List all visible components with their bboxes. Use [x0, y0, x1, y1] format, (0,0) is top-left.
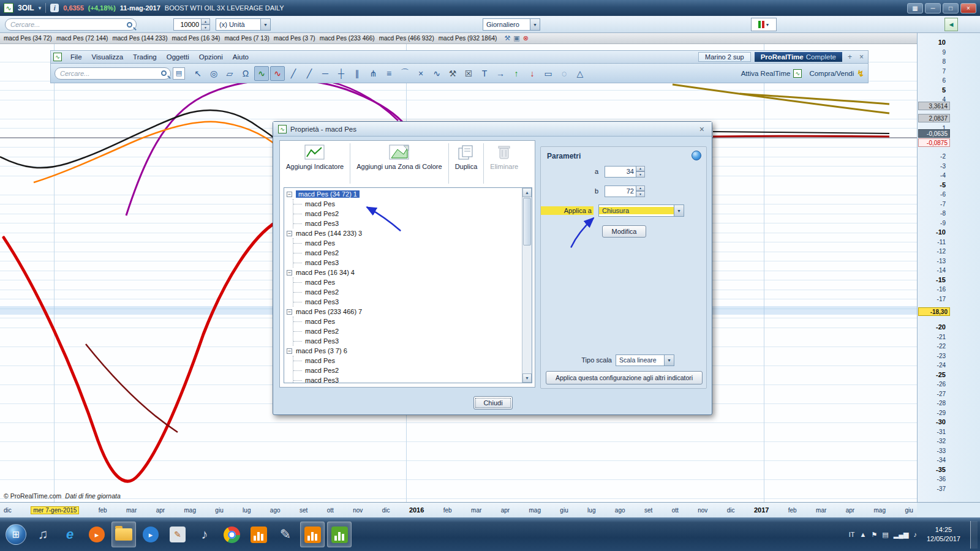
- tree-child-node[interactable]: macd Pes2: [293, 326, 522, 336]
- menu-aiuto[interactable]: Aiuto: [228, 53, 254, 61]
- trash-icon[interactable]: ☒: [461, 66, 476, 81]
- pen-app-icon[interactable]: ✎: [273, 522, 298, 547]
- prorealtime-app-icon[interactable]: [327, 522, 352, 547]
- keyboard-panel-icon[interactable]: ▦: [907, 3, 923, 13]
- arrow-down-icon[interactable]: ↓: [525, 66, 540, 81]
- internet-explorer-icon[interactable]: e: [58, 522, 82, 547]
- alert-bell-icon[interactable]: Ω: [238, 66, 253, 81]
- symbol-selector[interactable]: 3OIL: [18, 4, 34, 12]
- close-dialog-button[interactable]: Chiudi: [473, 396, 513, 410]
- arc-icon[interactable]: ⌒: [398, 66, 412, 81]
- tree-node-label[interactable]: macd Pes (144 233) 3: [296, 230, 362, 237]
- show-hidden-icons[interactable]: ▲: [860, 531, 867, 538]
- tree-child-node[interactable]: macd Pes2: [293, 209, 522, 219]
- freehand-icon[interactable]: ∿: [429, 66, 444, 81]
- menu-oggetti[interactable]: Oggetti: [162, 53, 194, 61]
- collapse-icon[interactable]: −: [287, 309, 292, 315]
- horizontal-line-icon[interactable]: ─: [318, 66, 333, 81]
- text-tool-icon[interactable]: T: [477, 66, 492, 81]
- tools-icon[interactable]: ⚒: [445, 66, 460, 81]
- collapse-icon[interactable]: −: [287, 348, 292, 354]
- tree-child-node[interactable]: macd Pes: [293, 199, 522, 209]
- tree-child-node[interactable]: macd Pes3: [293, 336, 522, 346]
- tree-node-label[interactable]: macd Pes (16 34) 4: [296, 269, 355, 276]
- fibonacci-icon[interactable]: ≡: [382, 66, 396, 81]
- ruler-icon[interactable]: ▱: [222, 66, 237, 81]
- chart-app-orange-icon[interactable]: [246, 522, 271, 547]
- network-icon[interactable]: ▂▄▆: [894, 531, 909, 539]
- tree-node[interactable]: −macd Pes (3 7) 6: [287, 346, 522, 356]
- folder-icon[interactable]: [111, 522, 136, 547]
- buy-sell-button[interactable]: Compra/Vendi ↯: [809, 69, 864, 78]
- menu-visualizza[interactable]: Visualizza: [87, 53, 129, 61]
- menu-file[interactable]: File: [66, 53, 87, 61]
- zoom-icon[interactable]: ◎: [206, 66, 221, 81]
- modify-button[interactable]: Modifica: [602, 225, 646, 238]
- maximize-button[interactable]: □: [943, 3, 959, 13]
- indicator-copy-icon[interactable]: ▣: [513, 34, 519, 42]
- collapse-icon[interactable]: −: [287, 270, 292, 276]
- tree-node-label[interactable]: macd Pes (3 7) 6: [296, 347, 347, 354]
- symbol-caret-icon[interactable]: ▾: [39, 5, 42, 11]
- param-a-up-icon[interactable]: ▲: [636, 166, 645, 172]
- app-chart-icon[interactable]: ∿: [4, 3, 13, 13]
- language-indicator[interactable]: IT: [849, 531, 855, 538]
- tree-child-node[interactable]: macd Pes: [293, 317, 522, 326]
- tree-child-node[interactable]: macd Pes3: [293, 297, 522, 307]
- arrow-up-icon[interactable]: ↑: [509, 66, 524, 81]
- tree-child-node[interactable]: macd Pes2: [293, 287, 522, 297]
- apply-all-button[interactable]: Applica questa configurazione agli altri…: [546, 371, 703, 384]
- instrument-search[interactable]: [5, 18, 137, 31]
- param-a-down-icon[interactable]: ▼: [636, 171, 645, 178]
- quantity-input[interactable]: [173, 18, 202, 31]
- menu-trading[interactable]: Trading: [128, 53, 162, 61]
- indicator-label[interactable]: macd Pes (233 466): [320, 35, 375, 42]
- unit-dropdown-icon[interactable]: ▼: [260, 19, 270, 30]
- tree-node[interactable]: −macd Pes (233 466) 7: [287, 307, 522, 317]
- pitchfork-icon[interactable]: ⋔: [366, 66, 380, 81]
- cross-marker-icon[interactable]: ×: [413, 66, 428, 81]
- tree-child-node[interactable]: macd Pes3: [293, 219, 522, 228]
- chrome-icon[interactable]: [219, 522, 244, 547]
- parallel-channel-icon[interactable]: ∥: [350, 66, 364, 81]
- unit-select[interactable]: (x) Unità ▼: [216, 18, 271, 31]
- dialog-close-icon[interactable]: ×: [697, 124, 707, 134]
- tree-child-node[interactable]: macd Pes3: [293, 375, 522, 383]
- apply-to-select[interactable]: Chiusura ▼: [598, 204, 684, 217]
- indicator-label[interactable]: macd Pes (144 233): [112, 35, 167, 42]
- activate-realtime-button[interactable]: Attiva RealTime ∿: [741, 69, 802, 78]
- indicator-label[interactable]: macd Pes (34 72): [4, 35, 52, 42]
- close-button[interactable]: ×: [960, 3, 976, 13]
- param-a-value[interactable]: 34: [605, 166, 636, 178]
- chart-close-icon[interactable]: ×: [858, 53, 865, 61]
- globe-icon[interactable]: [692, 151, 701, 160]
- triangle-tool-icon[interactable]: △: [573, 66, 587, 81]
- clock[interactable]: 14:25 12/05/2017: [922, 525, 965, 544]
- start-button[interactable]: ⊞: [4, 522, 28, 547]
- timeframe-select[interactable]: Giornaliero ▼: [483, 18, 540, 31]
- info-icon[interactable]: i: [50, 4, 59, 12]
- tree-node[interactable]: −macd Pes (144 233) 3: [287, 228, 522, 238]
- template-icon[interactable]: ▤: [173, 67, 185, 80]
- indicator-label[interactable]: macd Pes (466 932): [379, 35, 434, 42]
- segment-icon[interactable]: ╱: [302, 66, 317, 81]
- windows-media-icon[interactable]: ▸: [138, 522, 163, 547]
- param-b-up-icon[interactable]: ▲: [636, 186, 645, 192]
- tree-node-label[interactable]: macd Pes (233 466) 7: [296, 308, 362, 315]
- workspace-tab[interactable]: Marino 2 sup: [698, 52, 751, 62]
- pin-icon[interactable]: +: [846, 53, 854, 61]
- tree-node[interactable]: −macd Pes (34 72) 1: [287, 189, 522, 199]
- tree-child-node[interactable]: macd Pes: [293, 238, 522, 248]
- crosshair-icon[interactable]: ┼: [334, 66, 349, 81]
- indicator-label[interactable]: macd Pes (3 7): [274, 35, 315, 42]
- price-axis[interactable]: 109876541-2-3-4-5-6-7-8-9-10-11-12-13-14…: [917, 33, 980, 502]
- indicator-label[interactable]: macd Pes (932 1864): [439, 35, 497, 42]
- collapse-icon[interactable]: −: [287, 231, 292, 236]
- quantity-down-icon[interactable]: ▼: [202, 24, 210, 31]
- instrument-search-input[interactable]: [9, 20, 127, 29]
- tree-child-node[interactable]: macd Pes: [293, 277, 522, 287]
- tree-node-label[interactable]: macd Pes (34 72) 1: [296, 190, 360, 198]
- snipping-tool-icon[interactable]: ✎: [165, 522, 190, 547]
- tool-search-input[interactable]: [59, 69, 161, 78]
- audio-devices-icon[interactable]: ♪: [192, 522, 217, 547]
